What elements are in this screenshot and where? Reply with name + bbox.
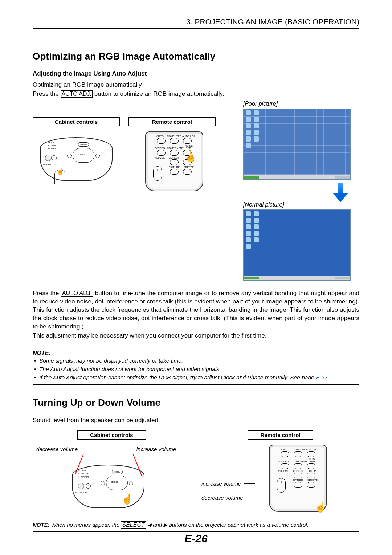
note-list: Some signals may not be displayed correc…: [33, 356, 359, 382]
bottom-note-rule-top: [33, 516, 359, 516]
example-screenshots: [Poor picture] [Normal picture]: [243, 103, 359, 283]
section1-line1: Optimizing an RGB image automatically: [33, 81, 359, 89]
note-item-3: If the Auto Adjust operation cannot opti…: [39, 373, 359, 381]
remote-label-component: COMPONENT: [167, 147, 181, 150]
cabinet-controls-block: Cabinet controls LAMP STATUS POWER ON/ST…: [33, 117, 120, 189]
cabinet-controls-illustration: LAMP STATUS POWER ON/STAND BY MENU SELEC…: [36, 130, 116, 188]
note-heading: NOTE:: [33, 350, 359, 356]
chapter-header: 3. PROJECTING AN IMAGE (BASIC OPERATION): [33, 17, 359, 29]
note-item-2: The Auto Adjust function does not work f…: [39, 365, 359, 373]
remote-control-block: Remote control VIDEOCOMPUTERAUTO ADJ. S-…: [128, 117, 216, 189]
line2b: button to optimize an RGB image automati…: [94, 90, 224, 97]
volume-plusminus-icon: +−: [153, 166, 162, 181]
remote-label-picture: PICTURE: [167, 166, 181, 168]
remote-increase-label: increase volume: [201, 481, 241, 487]
paragraph-autoadj: Press the AUTO ADJ. button to fine-tune …: [33, 289, 359, 331]
select-button-ref: SELECT: [121, 521, 146, 529]
autoadj-button-ref-1: AUTO ADJ.: [61, 90, 93, 98]
decrease-volume-label: decrease volume: [36, 446, 78, 452]
remote-control-illustration: VIDEOCOMPUTERAUTO ADJ. S-VIDEOCOMPONENTN…: [132, 130, 212, 188]
power-button-icon: [45, 155, 52, 161]
remote-decrease-label: decrease volume: [201, 495, 243, 501]
bottom-note-b: ◀ and ▶ buttons on the projector cabinet…: [147, 522, 309, 528]
remote-label-freeze: FREEZE: [181, 166, 196, 168]
remote-volume-block: Remote control increase volume decrease …: [201, 430, 359, 512]
section1-line2: Press the AUTO ADJ. button to optimize a…: [33, 90, 359, 98]
normal-picture-image: [243, 209, 351, 281]
paragraph-first-time: This adjustment may be necessary when yo…: [33, 332, 359, 340]
cabinet-volume-illustration: LAMP STATUS POWER ON/STAND BY MENU SELEC…: [57, 454, 166, 512]
cabinet-volume-block: Cabinet controls decrease volume increas…: [33, 430, 191, 512]
triangle-left-icon: ◀: [147, 522, 151, 528]
select-label: SELECT: [78, 154, 85, 156]
bottom-note-rule-bottom: [33, 531, 359, 532]
bottom-note-a: When no menus appear, the: [51, 522, 121, 528]
para1a: Press the: [33, 290, 61, 297]
arrow-down-icon: [332, 183, 348, 201]
pointing-hand-icon: ☝: [315, 502, 326, 513]
remote-label-svideo: S-VIDEO: [152, 147, 167, 150]
remote-control-head-2: Remote control: [248, 430, 313, 440]
menu-button-icon: MENU: [78, 142, 89, 147]
remote-label-computer: COMPUTER: [167, 135, 181, 138]
autoadj-button-ref-2: AUTO ADJ.: [61, 290, 93, 297]
section1-title: Optimizing an RGB Image Automatically: [33, 51, 359, 62]
cabinet-controls-head-2: Cabinet controls: [77, 430, 146, 440]
remote-label-volume: VOLUME: [152, 156, 167, 159]
source-button-icon: [52, 155, 57, 160]
poor-picture-image: [243, 109, 351, 180]
pointing-hand-icon: ☝: [121, 494, 133, 505]
poor-picture-label: [Poor picture]: [243, 101, 359, 107]
remote-control-head: Remote control: [128, 117, 216, 126]
cabinet-controls-head: Cabinet controls: [33, 117, 120, 126]
increase-volume-label: increase volume: [136, 446, 176, 452]
remote-label-video: VIDEO: [152, 135, 167, 138]
pointing-hand-icon: [54, 170, 65, 184]
note-rule-top: [33, 347, 359, 347]
section1-subtitle: Adjusting the Image Using Auto Adjust: [33, 70, 359, 77]
section2-title: Turning Up or Down Volume: [33, 397, 359, 408]
lamp-indicator: LAMP: [46, 141, 56, 144]
line2a: Press the: [33, 90, 61, 97]
onstandby-label: ON/STAND BY: [42, 163, 56, 166]
power-indicator: POWER: [46, 147, 56, 150]
remote-label-autoadj: AUTO ADJ.: [181, 135, 196, 138]
note-item-1: Some signals may not be displayed correc…: [39, 356, 359, 365]
remote-volume-illustration: VIDEOCOMPUTERAUTO ADJ. S-VIDEOCOMPONENTN…: [256, 443, 336, 512]
triangle-right-icon: ▶: [163, 522, 167, 528]
page-number: E-26: [0, 532, 392, 545]
section2-intro: Sound level from the speaker can be adju…: [33, 416, 359, 425]
remote-label-noisered: NOISE RED.: [181, 144, 196, 150]
bottom-note-lead: NOTE:: [33, 522, 50, 528]
page-ref-link[interactable]: E-37: [316, 374, 328, 380]
remote-label-aspect: ASPECT: [167, 156, 181, 159]
status-indicator: STATUS: [46, 144, 56, 147]
select-pad-icon: SELECT: [73, 148, 94, 163]
normal-picture-label: [Normal picture]: [243, 201, 359, 208]
note-rule-bottom: [33, 384, 359, 385]
bottom-note: NOTE: When no menus appear, the SELECT ◀…: [33, 521, 359, 529]
